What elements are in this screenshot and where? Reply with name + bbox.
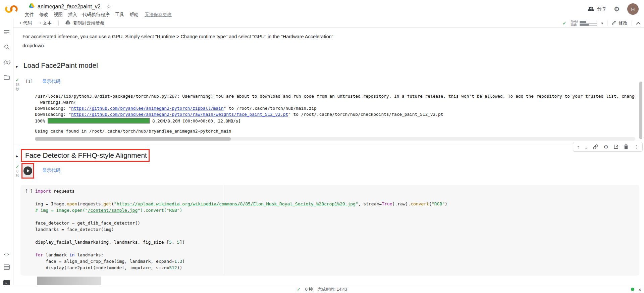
share-label: 分享 xyxy=(597,6,606,12)
cell-action-toolbar: ↑ ↓ ⚙ ⋮ xyxy=(573,142,643,152)
show-code-link-2[interactable]: 显示代码 xyxy=(42,167,60,174)
run-cell-button[interactable] xyxy=(23,166,32,175)
left-sidebar: {x} <> >_ xyxy=(0,18,13,285)
colab-logo-icon[interactable] xyxy=(5,4,18,15)
edit-mode-button[interactable]: 修改 xyxy=(611,20,628,26)
cell-output-text: /usr/local/lib/python3.8/dist-packages/t… xyxy=(35,93,635,117)
output-horizontal-scrollbar[interactable] xyxy=(35,137,635,141)
section-title-load: Load Face2Paint model xyxy=(23,61,98,69)
search-icon[interactable] xyxy=(0,44,13,50)
section-title-face-detector: Face Detector & FFHQ-style Alignment xyxy=(22,151,147,159)
markdown-text-cell: For accelerated inference, you can use a… xyxy=(22,32,333,50)
collapse-header-chevron-icon[interactable] xyxy=(636,22,641,25)
edit-label: 修改 xyxy=(619,20,628,26)
open-in-tab-icon[interactable] xyxy=(613,144,619,149)
cell-boundary-line xyxy=(13,143,644,143)
link-to-cell-icon[interactable] xyxy=(593,144,598,150)
move-cell-down-icon[interactable]: ↓ xyxy=(585,144,588,149)
disk-meter xyxy=(580,23,597,26)
cell-exec-status: ✓ 0 秒 xyxy=(13,164,21,178)
scrollbar-thumb[interactable] xyxy=(35,137,231,141)
toolbar-divider xyxy=(607,20,607,26)
files-folder-icon[interactable] xyxy=(0,75,13,80)
menu-view[interactable]: 视图 xyxy=(51,11,65,18)
progress-stats: 8.20M/8.20M [00:00<00:00, 22.8MB/s] xyxy=(152,118,240,124)
notebook-title[interactable]: animegan2_face2paint_v2 xyxy=(38,4,101,10)
ram-meter xyxy=(580,21,597,23)
delete-cell-trash-icon[interactable] xyxy=(624,144,628,149)
toolbar-divider xyxy=(632,20,632,26)
table-of-contents-icon[interactable] xyxy=(0,30,13,35)
exec-seconds-unit: 秒 xyxy=(13,87,21,91)
resource-meters[interactable]: RAM 磁盘 xyxy=(571,20,597,27)
add-code-button[interactable]: + 代码 xyxy=(19,20,32,26)
drive-file-icon xyxy=(29,3,35,10)
variables-icon[interactable]: {x} xyxy=(0,60,13,65)
code-lines[interactable]: import requests img = Image.open(request… xyxy=(35,188,636,271)
avatar[interactable]: H xyxy=(627,3,639,15)
app-header: animegan2_face2paint_v2 ☆ 文件 修改 视图 插入 代码… xyxy=(0,0,644,18)
connection-status-dot xyxy=(631,288,634,291)
notebook-toolbar: + 代码 + 文本 复制到云端硬盘 ✓ RAM 磁盘 xyxy=(13,18,644,28)
code-cell-editor[interactable]: [ ] import requests img = Image.open(req… xyxy=(20,185,639,276)
progress-bar xyxy=(48,118,150,124)
unsaved-changes-notice[interactable]: 无法保存更改 xyxy=(145,12,172,18)
move-cell-up-icon[interactable]: ↑ xyxy=(577,144,580,149)
disk-label: 磁盘 xyxy=(571,23,578,27)
status-exec-time: 0 秒 xyxy=(305,287,313,292)
status-check-icon: ✓ xyxy=(297,287,301,292)
exec-count-empty-badge: [ ] xyxy=(25,189,33,194)
download-progress-row: 100% 8.20M/8.20M [00:00<00:00, 22.8MB/s] xyxy=(35,118,241,124)
section-collapse-icon[interactable]: ▸ xyxy=(16,154,18,158)
output-vertical-scrollbar[interactable] xyxy=(639,82,642,139)
star-icon[interactable]: ☆ xyxy=(106,3,111,10)
connected-check-icon: ✓ xyxy=(562,20,567,26)
editor-panel-icon[interactable] xyxy=(0,264,13,270)
more-actions-icon[interactable]: ⋮ xyxy=(634,144,639,149)
toolbar-divider xyxy=(58,20,59,26)
menu-edit[interactable]: 修改 xyxy=(37,11,51,18)
show-code-link-1[interactable]: 显示代码 xyxy=(42,79,60,85)
close-status-bar-icon[interactable]: × xyxy=(638,287,641,292)
cell-exec-status: ✓ 15 秒 xyxy=(13,78,21,91)
cache-message: Using cache found in /root/.cache/torch/… xyxy=(35,129,231,134)
drive-icon xyxy=(65,20,70,26)
menu-insert[interactable]: 插入 xyxy=(65,11,80,18)
exec-success-check-icon: ✓ xyxy=(13,78,21,83)
exec-count-badge: [1] xyxy=(25,79,33,84)
menu-tools[interactable]: 工具 xyxy=(112,11,127,18)
red-annotation-box-run-button xyxy=(21,163,34,179)
exec-seconds-unit: 秒 xyxy=(13,174,21,178)
section-collapse-icon[interactable]: ▸ xyxy=(16,64,18,69)
exec-seconds: 0 xyxy=(13,169,21,174)
code-snippets-icon[interactable]: <> xyxy=(0,252,13,257)
cell-settings-gear-icon[interactable]: ⚙ xyxy=(604,144,608,149)
exec-seconds: 15 xyxy=(13,83,21,87)
menu-help[interactable]: 帮助 xyxy=(127,11,141,18)
intro-line-1: For accelerated inference, you can use a… xyxy=(22,32,333,41)
bottom-status-bar: ✓ 0 秒 完成时间: 14:43 × xyxy=(0,285,644,293)
share-button[interactable]: 分享 xyxy=(587,6,606,12)
people-icon xyxy=(587,6,594,12)
menu-bar: 文件 修改 视图 插入 代码执行程序 工具 帮助 无法保存更改 xyxy=(22,11,172,18)
copy-to-drive-button[interactable]: 复制到云端硬盘 xyxy=(65,20,105,26)
menu-file[interactable]: 文件 xyxy=(22,11,37,18)
intro-line-2: dropdown. xyxy=(22,41,333,50)
status-completed-at: 完成时间: 14:43 xyxy=(318,287,347,292)
add-text-button[interactable]: + 文本 xyxy=(39,20,52,26)
settings-gear-icon[interactable]: ⚙ xyxy=(614,6,620,12)
exec-success-check-icon: ✓ xyxy=(13,164,21,169)
pencil-icon xyxy=(611,20,616,26)
red-annotation-box-title: Face Detector & FFHQ-style Alignment xyxy=(21,149,150,162)
notebook-content: For accelerated inference, you can use a… xyxy=(13,28,644,285)
progress-percent: 100% xyxy=(35,118,45,124)
menu-runtime[interactable]: 代码执行程序 xyxy=(80,11,112,18)
output-image-thumbnail xyxy=(37,277,101,285)
resources-caret-down-icon[interactable]: ▾ xyxy=(601,21,603,26)
copy-to-drive-label: 复制到云端硬盘 xyxy=(73,20,105,26)
